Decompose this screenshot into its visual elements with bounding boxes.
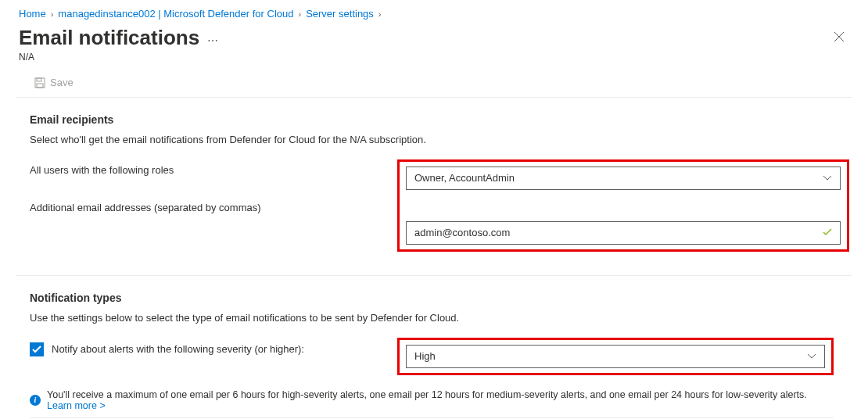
notification-types-heading: Notification types <box>30 292 849 304</box>
emails-label: Additional email addresses (separated by… <box>30 202 397 213</box>
page-title: Email notifications <box>19 26 199 50</box>
learn-more-link[interactable]: Learn more > <box>47 400 106 411</box>
chevron-right-icon: › <box>51 9 54 19</box>
severity-label: Notify about alerts with the following s… <box>52 343 304 355</box>
toolbar: Save <box>16 72 852 98</box>
save-icon <box>34 77 45 88</box>
notification-types-section: Notification types Use the settings belo… <box>0 276 868 418</box>
valid-check-icon <box>823 227 832 238</box>
page-header: Email notifications ⋯ <box>0 24 868 50</box>
additional-emails-input[interactable]: admin@contoso.com <box>406 221 841 245</box>
info-text: You'll receive a maximum of one email pe… <box>47 389 807 400</box>
severity-dropdown-value: High <box>414 350 436 362</box>
save-label: Save <box>50 77 74 88</box>
page-subtitle: N/A <box>0 50 868 72</box>
recipients-description: Select who'll get the email notification… <box>30 134 849 145</box>
check-icon <box>32 346 41 353</box>
breadcrumb: Home › managedinstance002 | Microsoft De… <box>0 0 868 24</box>
chevron-down-icon <box>807 350 816 362</box>
roles-label: All users with the following roles <box>30 164 397 176</box>
save-button[interactable]: Save <box>34 77 74 88</box>
breadcrumb-instance[interactable]: managedinstance002 | Microsoft Defender … <box>58 8 293 20</box>
chevron-right-icon: › <box>298 9 301 19</box>
chevron-down-icon <box>823 172 832 184</box>
recipients-heading: Email recipients <box>30 113 849 126</box>
more-actions-icon[interactable]: ⋯ <box>207 30 219 47</box>
info-bar: i You'll receive a maximum of one email … <box>30 383 834 411</box>
additional-emails-value: admin@contoso.com <box>414 227 510 238</box>
email-recipients-section: Email recipients Select who'll get the e… <box>0 98 868 260</box>
recipients-highlight: Owner, AccountAdmin admin@contoso.com <box>397 159 849 252</box>
breadcrumb-home[interactable]: Home <box>19 8 46 20</box>
severity-dropdown[interactable]: High <box>406 345 825 368</box>
info-icon: i <box>30 395 41 406</box>
close-icon <box>834 31 845 42</box>
close-button[interactable] <box>829 27 849 49</box>
roles-dropdown-value: Owner, AccountAdmin <box>414 172 515 184</box>
chevron-right-icon: › <box>378 9 382 19</box>
severity-checkbox[interactable] <box>30 342 44 356</box>
svg-rect-4 <box>37 84 43 88</box>
svg-rect-3 <box>37 78 41 81</box>
breadcrumb-server-settings[interactable]: Server settings <box>306 8 374 20</box>
severity-highlight: High <box>397 338 834 375</box>
notification-types-description: Use the settings below to select the typ… <box>30 312 849 324</box>
roles-dropdown[interactable]: Owner, AccountAdmin <box>406 167 841 190</box>
